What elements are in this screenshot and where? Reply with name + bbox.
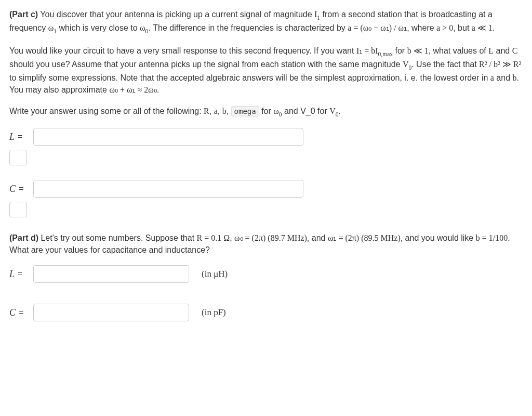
L-unit: (in μH) bbox=[202, 268, 228, 281]
partd-L-input[interactable] bbox=[33, 265, 189, 283]
partc-C-row: C = bbox=[9, 180, 523, 198]
text: You would like your circuit to have a ve… bbox=[9, 46, 356, 55]
partc-heading: (Part c) bbox=[9, 10, 38, 19]
text: . Use the fact that bbox=[411, 60, 479, 69]
text: . bbox=[339, 107, 341, 115]
partc-L-input[interactable] bbox=[33, 128, 303, 146]
var-C: C bbox=[512, 46, 518, 55]
eq-omega1: ω₁ = (2π) (89.5 MHz) bbox=[328, 233, 401, 242]
var-V0b: V0 bbox=[329, 107, 338, 115]
var-omega0: ω0 bbox=[140, 23, 148, 32]
cond-b-small: b ≪ 1 bbox=[407, 46, 429, 55]
partd-paragraph: (Part d) Let's try out some numbers. Sup… bbox=[9, 232, 523, 256]
L-label: L = bbox=[9, 130, 30, 144]
code-omega: omega bbox=[231, 106, 259, 116]
eq-R: R = 0.1 Ω bbox=[197, 233, 230, 242]
var-omega0b: ω0 bbox=[273, 107, 282, 115]
cond-a-small: a ≪ 1 bbox=[472, 23, 493, 32]
text: , and bbox=[307, 233, 328, 242]
text: for bbox=[259, 107, 274, 115]
text: , and you would like bbox=[401, 233, 476, 242]
text: , bbox=[209, 107, 214, 115]
partc-paragraph-2: You would like your circuit to have a ve… bbox=[9, 45, 523, 96]
partc-paragraph-1: (Part c) You discover that your antenna … bbox=[9, 8, 523, 35]
eq-I1: I₁ = bI0,max bbox=[356, 46, 393, 55]
partd-L-row: L = (in μH) bbox=[9, 265, 523, 283]
text: , bbox=[227, 107, 231, 115]
C-label: C = bbox=[9, 182, 30, 196]
text: , bbox=[230, 233, 234, 242]
text: , but bbox=[453, 23, 472, 32]
L-label-d: L = bbox=[9, 267, 30, 281]
var-V0: V0 bbox=[403, 60, 411, 69]
C-label-d: C = bbox=[9, 306, 30, 319]
text: You discover that your antenna is pickin… bbox=[38, 10, 314, 19]
C-unit: (in pF) bbox=[202, 306, 226, 319]
var-R: R bbox=[204, 107, 209, 115]
var-omega1: ω1 bbox=[48, 23, 57, 32]
var-a: a bbox=[490, 73, 494, 82]
cond-a-gt-0: a > 0 bbox=[436, 23, 453, 32]
text: and V_0 for bbox=[282, 107, 330, 115]
partc-C-feedback-icon[interactable] bbox=[9, 202, 27, 217]
partc-C-input[interactable] bbox=[33, 180, 303, 198]
partc-L-row: L = bbox=[9, 128, 523, 146]
text: . bbox=[157, 85, 159, 94]
partc-paragraph-3: Write your answer using some or all of t… bbox=[9, 105, 523, 119]
eq-a-def: a = (ω₀ − ω₁) / ω₁ bbox=[348, 23, 407, 32]
text: , where bbox=[407, 23, 436, 32]
partd-C-row: C = (in pF) bbox=[9, 304, 523, 321]
var-I1: I1 bbox=[314, 10, 320, 19]
text: should you use? Assume that your antenna… bbox=[9, 60, 403, 69]
var-a2: a bbox=[214, 107, 218, 115]
partc-L-feedback-icon[interactable] bbox=[9, 150, 27, 165]
text: . The difference in the frequencies is c… bbox=[148, 23, 348, 32]
partd-C-input[interactable] bbox=[33, 304, 189, 321]
eq-omega-approx: ω₀ + ω₁ ≈ 2ω₀ bbox=[109, 85, 156, 94]
text: to simplify some expressions. Note that … bbox=[9, 73, 490, 82]
text: . bbox=[493, 23, 495, 32]
text: for bbox=[393, 46, 407, 55]
partd-heading: (Part d) bbox=[9, 233, 38, 242]
text: Let's try out some numbers. Suppose that bbox=[38, 233, 197, 242]
var-b2: b bbox=[222, 107, 227, 115]
eq-Rb: R² / b² ≫ R² bbox=[479, 60, 521, 69]
text: and bbox=[494, 46, 512, 55]
text: , bbox=[218, 107, 222, 115]
text: Write your answer using some or all of t… bbox=[9, 107, 204, 115]
text: which is very close to bbox=[57, 23, 140, 32]
text: , what values of bbox=[429, 46, 489, 55]
var-L: L bbox=[488, 46, 494, 55]
eq-omega0: ω₀ = (2π) (89.7 MHz) bbox=[234, 233, 307, 242]
text: and bbox=[494, 73, 513, 82]
eq-b: b = 1/100 bbox=[476, 233, 508, 242]
